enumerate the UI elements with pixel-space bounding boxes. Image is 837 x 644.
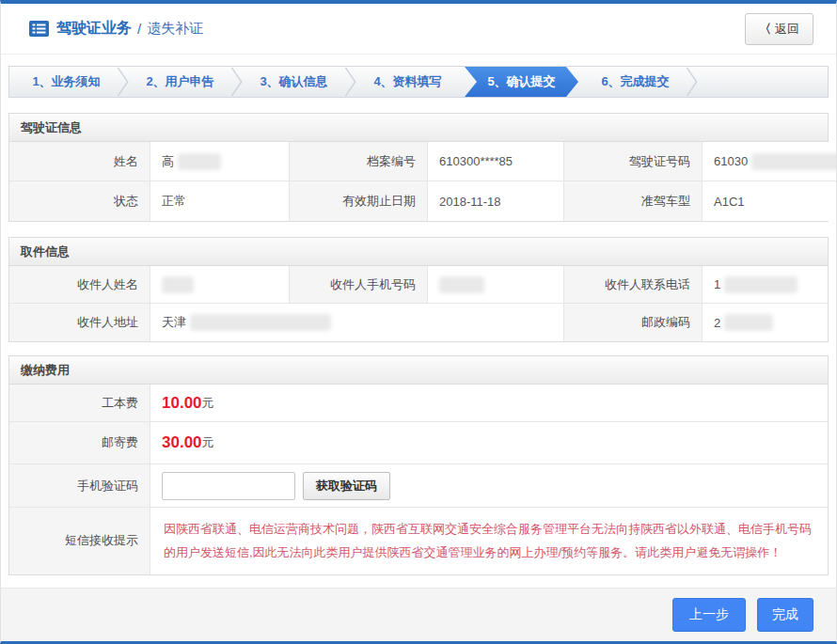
status-value: 正常 — [150, 181, 290, 221]
step-tab-3-confirm-info[interactable]: 3、确认信息 — [237, 67, 351, 97]
recipient-address-label: 收件人地址 — [9, 304, 150, 341]
form-list-icon — [29, 21, 49, 37]
fees-panel-title: 缴纳费用 — [9, 356, 828, 385]
pickup-info-panel: 取件信息 收件人姓名 收件人手机号码 收件人联系电话 1 收件人地址 天津 邮政… — [8, 237, 829, 342]
redaction-blur — [190, 314, 331, 331]
step-label: 2、用户申告 — [146, 73, 213, 90]
mailing-fee-amount: 30.00 — [162, 433, 202, 452]
license-table: 姓名 高 档案编号 610300****85 驾驶证号码 61030 状态 正常… — [9, 142, 828, 221]
vehicle-class-label: 准驾车型 — [564, 181, 703, 221]
production-fee-label: 工本费 — [9, 385, 150, 422]
page: 驾驶证业务 / 遗失补证 〈 返回 1、业务须知 2、用户申告 3、确认信息 4… — [0, 0, 837, 644]
redaction-blur — [724, 276, 798, 293]
step-tab-5-confirm-submit[interactable]: 5、确认提交 — [465, 67, 578, 97]
chevron-left-icon: 〈 — [759, 21, 771, 38]
step-label: 6、完成提交 — [601, 73, 669, 90]
license-panel-title: 驾驶证信息 — [9, 114, 828, 142]
redaction-blur — [178, 153, 221, 170]
recipient-mobile-value — [428, 266, 564, 304]
step-label: 4、资料填写 — [373, 73, 441, 90]
recipient-mobile-label: 收件人手机号码 — [290, 266, 428, 304]
recipient-address-value: 天津 — [150, 304, 564, 341]
production-fee-value: 10.00元 — [150, 385, 828, 422]
recipient-phone-label: 收件人联系电话 — [564, 266, 703, 304]
pickup-table: 收件人姓名 收件人手机号码 收件人联系电话 1 收件人地址 天津 邮政编码 2 — [9, 266, 828, 341]
step-tab-2-declare[interactable]: 2、用户申告 — [123, 67, 237, 97]
file-number-value: 610300****85 — [428, 142, 564, 181]
postal-code-label: 邮政编码 — [564, 304, 703, 341]
step-tab-1-notice[interactable]: 1、业务须知 — [9, 67, 123, 97]
sms-notice-label: 短信接收提示 — [9, 508, 150, 574]
file-number-label: 档案编号 — [290, 142, 428, 181]
production-fee-unit: 元 — [202, 395, 214, 412]
page-title: 驾驶证业务 — [56, 19, 132, 39]
recipient-phone-value: 1 — [703, 266, 828, 304]
sms-code-cell: 获取验证码 — [150, 464, 828, 508]
finish-button[interactable]: 完成 — [757, 598, 813, 632]
postal-code-value: 2 — [703, 304, 828, 341]
license-number-label: 驾驶证号码 — [564, 142, 703, 181]
expiry-value: 2018-11-18 — [428, 181, 564, 221]
step-label: 3、确认信息 — [260, 73, 327, 90]
status-label: 状态 — [9, 181, 150, 221]
redaction-blur — [439, 276, 484, 293]
expiry-label: 有效期止日期 — [290, 181, 428, 221]
breadcrumb-current: 遗失补证 — [147, 20, 203, 38]
breadcrumb-separator: / — [137, 21, 141, 37]
step-bar: 1、业务须知 2、用户申告 3、确认信息 4、资料填写 5、确认提交 6、完成提… — [8, 66, 829, 98]
sms-code-input[interactable] — [162, 472, 295, 500]
fees-panel: 缴纳费用 工本费 10.00元 邮寄费 30.00元 手机验证码 获取验证码 短… — [8, 355, 829, 575]
back-button-label: 返回 — [775, 21, 799, 38]
redaction-blur — [724, 314, 773, 331]
mailing-fee-value: 30.00元 — [150, 422, 828, 464]
sms-notice-text: 因陕西省联通、电信运营商技术问题，陕西省互联网交通安全综合服务管理平台无法向持陕… — [150, 508, 828, 574]
get-sms-code-button[interactable]: 获取验证码 — [303, 472, 390, 500]
name-label: 姓名 — [9, 142, 150, 181]
sms-code-label: 手机验证码 — [9, 464, 150, 508]
recipient-name-value — [150, 266, 290, 304]
pickup-panel-title: 取件信息 — [9, 238, 828, 266]
back-button[interactable]: 〈 返回 — [745, 13, 813, 45]
chevron-separator-icon — [686, 67, 699, 97]
fees-table: 工本费 10.00元 邮寄费 30.00元 手机验证码 获取验证码 短信接收提示… — [9, 385, 828, 574]
step-tab-4-fill-data[interactable]: 4、资料填写 — [351, 67, 465, 97]
action-bar: 上一步 完成 — [1, 588, 836, 641]
recipient-name-label: 收件人姓名 — [9, 266, 150, 304]
mailing-fee-unit: 元 — [202, 434, 214, 451]
step-tab-6-done[interactable]: 6、完成提交 — [578, 67, 692, 97]
vehicle-class-value: A1C1 — [703, 181, 837, 221]
production-fee-amount: 10.00 — [162, 394, 202, 413]
previous-step-button[interactable]: 上一步 — [672, 598, 746, 632]
redaction-blur — [162, 276, 194, 293]
header: 驾驶证业务 / 遗失补证 〈 返回 — [1, 4, 836, 55]
license-number-value: 61030 — [703, 142, 837, 181]
redaction-blur — [751, 153, 837, 170]
mailing-fee-label: 邮寄费 — [9, 422, 150, 464]
step-label: 1、业务须知 — [32, 73, 100, 90]
license-info-panel: 驾驶证信息 姓名 高 档案编号 610300****85 驾驶证号码 61030… — [8, 113, 829, 222]
step-label: 5、确认提交 — [487, 73, 555, 90]
name-value: 高 — [150, 142, 290, 181]
